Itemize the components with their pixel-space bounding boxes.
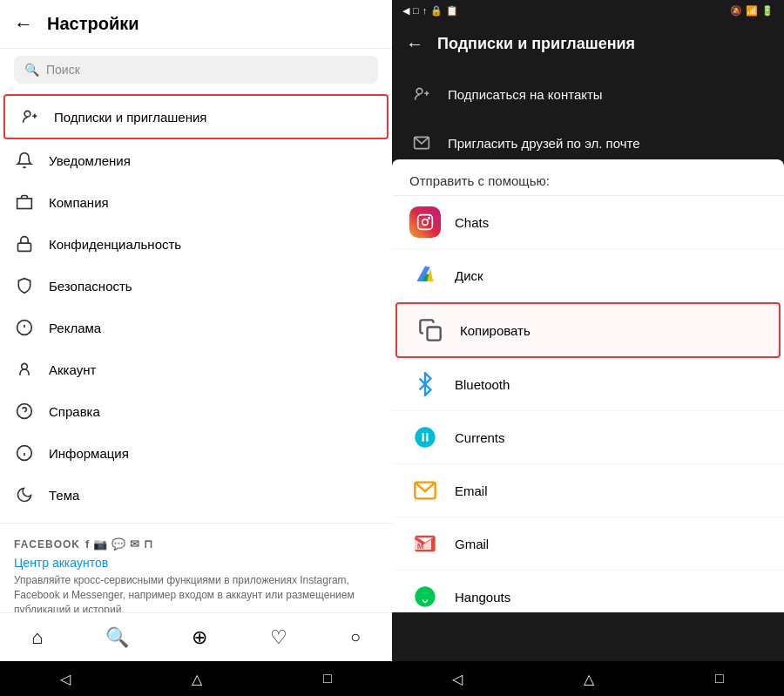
gmail-label: Gmail — [455, 537, 489, 551]
right-panel: ◀ □ ↑ 🔒 📋 🔕 📶 🔋 ← Подписки и приглашения… — [392, 0, 784, 696]
menu-item-privacy[interactable]: Конфиденциальность — [0, 223, 392, 265]
ads-icon — [14, 317, 35, 338]
share-item-copy[interactable]: Копировать — [395, 302, 781, 358]
mute-icon: 🔕 — [730, 5, 742, 17]
left-header: ← Настройки — [0, 0, 392, 49]
security-label: Безопасность — [49, 279, 132, 294]
facebook-social-icons: f 📷 💬 ✉ ⊓ — [85, 537, 153, 551]
subscribe-contacts-label: Подписаться на контакты — [448, 87, 603, 102]
security-icon — [14, 275, 35, 296]
nav-profile-icon[interactable]: ○ — [350, 627, 361, 647]
gmail-icon: M — [409, 528, 441, 559]
share-dialog: Отправить с помощью: Chats — [392, 159, 784, 612]
nav-add-icon[interactable]: ⊕ — [192, 626, 207, 649]
share-item-gmail[interactable]: M Gmail — [392, 517, 784, 571]
svg-rect-23 — [418, 215, 433, 230]
info-label: Информация — [49, 446, 129, 461]
menu-item-ads[interactable]: Реклама — [0, 307, 392, 348]
svg-text:M: M — [417, 542, 424, 551]
subscribe-contacts-icon — [409, 82, 434, 106]
svg-point-8 — [22, 363, 28, 369]
drive-icon — [409, 260, 441, 291]
copy-icon — [415, 314, 446, 346]
msg-icon: 💬 — [112, 537, 126, 551]
help-icon — [14, 401, 35, 422]
svg-point-0 — [24, 111, 30, 117]
hangouts-label: Hangouts — [455, 590, 510, 605]
menu-item-security[interactable]: Безопасность — [0, 265, 392, 307]
share-item-currents[interactable]: Currents — [392, 411, 784, 464]
svg-rect-4 — [18, 243, 31, 251]
subscriptions-label: Подписки и приглашения — [54, 110, 206, 125]
search-icon: 🔍 — [24, 63, 39, 77]
left-panel-title: Настройки — [47, 14, 139, 34]
menu-item-info[interactable]: Информация — [0, 432, 392, 474]
account-icon — [14, 359, 35, 380]
share-item-hangouts[interactable]: Hangouts — [392, 571, 784, 612]
currents-label: Currents — [455, 430, 505, 445]
share-item-bluetooth[interactable]: Bluetooth — [392, 358, 784, 411]
theme-icon — [14, 484, 35, 505]
nav-search-icon[interactable]: 🔍 — [105, 626, 129, 649]
nav-favorites-icon[interactable]: ♡ — [270, 626, 287, 649]
right-back-icon[interactable]: ← — [406, 34, 423, 54]
ads-label: Реклама — [49, 321, 101, 335]
email-label: Email — [455, 483, 488, 498]
copy-label: Копировать — [460, 323, 531, 338]
android-recents-icon[interactable]: □ — [323, 671, 332, 686]
right-bottom-nav — [392, 612, 784, 661]
invite-email-label: Пригласить друзей по эл. почте — [448, 136, 640, 151]
svg-rect-27 — [428, 328, 441, 341]
privacy-label: Конфиденциальность — [49, 237, 181, 252]
help-label: Справка — [49, 404, 100, 419]
account-label: Аккаунт — [49, 362, 96, 377]
nav-status-icon: ◀ — [402, 5, 409, 17]
mail-icon: ⊓ — [144, 537, 153, 551]
right-android-recents-icon[interactable]: □ — [715, 671, 724, 686]
menu-item-account[interactable]: Аккаунт — [0, 348, 392, 390]
right-android-back-icon[interactable]: ◁ — [452, 671, 463, 687]
left-menu: Подписки и приглашения Уведомления Компа… — [0, 91, 392, 612]
wifi-icon: 📶 — [746, 5, 758, 17]
clip-icon: 📋 — [446, 5, 458, 17]
invite-email-icon — [409, 131, 434, 155]
wa-icon: ✉ — [130, 537, 140, 551]
share-item-email[interactable]: Email — [392, 464, 784, 517]
android-back-icon[interactable]: ◁ — [60, 671, 71, 687]
share-dialog-title: Отправить с помощью: — [392, 159, 784, 196]
battery-icon: 🔋 — [761, 5, 774, 17]
share-item-disk[interactable]: Диск — [392, 249, 784, 302]
svg-point-25 — [429, 218, 430, 220]
right-android-home-icon[interactable]: △ — [584, 671, 594, 687]
back-icon[interactable]: ← — [14, 13, 33, 36]
bluetooth-icon — [409, 368, 441, 400]
menu-item-theme[interactable]: Тема — [0, 474, 392, 516]
currents-icon — [409, 422, 441, 453]
privacy-icon — [14, 233, 35, 254]
right-header: ← Подписки и приглашения — [392, 21, 784, 66]
menu-item-help[interactable]: Справка — [0, 390, 392, 432]
notifications-icon — [14, 150, 35, 171]
svg-point-14 — [416, 88, 422, 94]
hangouts-icon — [409, 581, 441, 612]
nav-home-icon[interactable]: ⌂ — [31, 626, 43, 649]
android-home-icon[interactable]: △ — [192, 671, 202, 687]
chats-icon — [409, 206, 441, 238]
facebook-label: FACEBOOK f 📷 💬 ✉ ⊓ — [14, 537, 378, 551]
menu-item-subscriptions[interactable]: Подписки и приглашения — [3, 94, 389, 139]
lock-icon: 🔒 — [430, 5, 443, 17]
disk-label: Диск — [455, 268, 483, 283]
notifications-label: Уведомления — [49, 153, 131, 168]
subscriptions-icon — [19, 106, 40, 127]
theme-label: Тема — [49, 488, 79, 503]
menu-item-company[interactable]: Компания — [0, 181, 392, 223]
facebook-description: Управляйте кросс-сервисными функциями в … — [14, 573, 378, 612]
search-bar[interactable]: 🔍 Поиск — [14, 56, 378, 84]
share-item-chats[interactable]: Chats — [392, 196, 784, 249]
status-right: 🔕 📶 🔋 — [730, 5, 774, 17]
menu-item-notifications[interactable]: Уведомления — [0, 139, 392, 181]
account-center-link[interactable]: Центр аккаунтов — [14, 556, 378, 570]
left-panel: ← Настройки 🔍 Поиск Подписки и приглашен… — [0, 0, 392, 696]
company-icon — [14, 192, 35, 213]
right-menu-item-subscribe[interactable]: Подписаться на контакты — [392, 70, 784, 118]
